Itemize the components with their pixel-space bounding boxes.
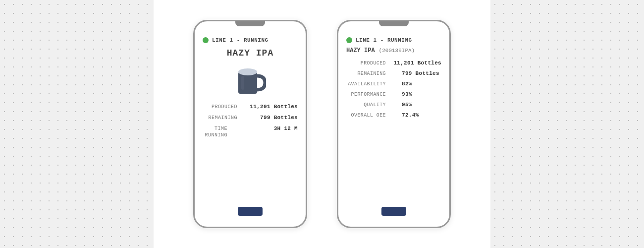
beer-mug-icon (234, 63, 266, 99)
svg-rect-2 (241, 76, 244, 90)
remaining-value-2: 799 Bottles (402, 70, 441, 76)
performance-row: Performance 93% (346, 91, 441, 97)
oee-value: 72.4% (402, 112, 441, 118)
time-value-1: 3H 12 M (274, 125, 298, 131)
availability-value: 82% (402, 81, 441, 87)
status-dot-2 (346, 37, 352, 43)
oee-label: Overall OEE (346, 113, 386, 118)
beer-icon-container (203, 63, 298, 99)
phone-notch-1 (235, 21, 265, 26)
produced-value-2: 11,201 Bottles (393, 60, 441, 66)
oee-row: Overall OEE 72.4% (346, 112, 441, 118)
status-dot-1 (203, 37, 209, 43)
remaining-label-1: Remaining (203, 115, 237, 121)
time-row-1: Time Running 3H 12 M (203, 125, 298, 138)
phone-notch-2 (379, 21, 409, 26)
produced-row-1: Produced 11,201 Bottles (203, 104, 298, 110)
remaining-value-1: 799 Bottles (260, 115, 298, 121)
availability-label: Availability (346, 81, 386, 87)
quality-value: 95% (402, 102, 441, 108)
status-line-1: Line 1 - Running (203, 37, 298, 43)
phone-card-2: Line 1 - Running Hazy IPA (200139IPA) Pr… (337, 20, 451, 228)
produced-value-1: 11,201 Bottles (250, 104, 298, 110)
product-line2: Hazy IPA (200139IPA) (346, 47, 441, 54)
stats-card1: Produced 11,201 Bottles Remaining 799 Bo… (203, 104, 298, 143)
availability-row: Availability 82% (346, 81, 441, 87)
produced-label-2: Produced (346, 61, 386, 66)
remaining-label-2: Remaining (346, 71, 386, 76)
main-content: Line 1 - Running Hazy IPA Produced (0, 0, 644, 248)
produced-label-1: Produced (203, 104, 237, 110)
bottom-button-2[interactable] (381, 207, 406, 216)
product-code-2: (200139IPA) (379, 48, 415, 54)
quality-label: Quality (346, 102, 386, 108)
produced-row-2: Produced 11,201 Bottles (346, 60, 441, 66)
remaining-row-2: Remaining 799 Bottles (346, 70, 441, 76)
phone-card-1: Line 1 - Running Hazy IPA Produced (193, 20, 307, 228)
product-name-1: Hazy IPA (203, 48, 298, 58)
time-label-1: Time Running (203, 125, 227, 138)
status-text-1: Line 1 - Running (212, 37, 268, 43)
quality-row: Quality 95% (346, 102, 441, 108)
performance-value: 93% (402, 91, 441, 97)
product-name-2: Hazy IPA (346, 47, 375, 54)
svg-point-1 (238, 68, 257, 75)
bottom-button-1[interactable] (238, 207, 263, 216)
performance-label: Performance (346, 92, 386, 97)
status-text-2: Line 1 - Running (356, 37, 412, 43)
stats-card2: Produced 11,201 Bottles Remaining 799 Bo… (346, 60, 441, 123)
remaining-row-1: Remaining 799 Bottles (203, 115, 298, 121)
status-line-2: Line 1 - Running (346, 37, 441, 43)
